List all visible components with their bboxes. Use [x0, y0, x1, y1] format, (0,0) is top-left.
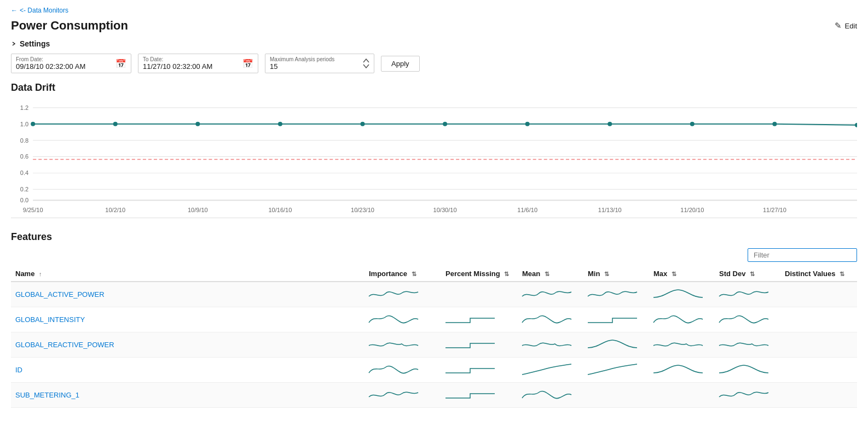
sparkline-svg	[653, 336, 703, 352]
from-date-input[interactable]: From Date: 09/18/10 02:32:00 AM 📅	[11, 54, 131, 73]
col-max[interactable]: Max ⇅	[649, 266, 715, 282]
settings-title: Settings	[20, 39, 50, 48]
svg-text:0.0: 0.0	[20, 197, 28, 203]
feature-importance-cell	[364, 282, 441, 307]
table-row: ID	[11, 358, 857, 383]
svg-text:10/16/10: 10/16/10	[268, 207, 292, 213]
table-row: GLOBAL_ACTIVE_POWER	[11, 282, 857, 307]
max-analysis-value: 15	[270, 62, 277, 71]
from-date-label: From Date:	[16, 56, 85, 62]
sparkline-svg	[369, 361, 418, 377]
from-date-calendar-icon[interactable]: 📅	[115, 59, 126, 69]
feature-min-cell	[583, 383, 649, 408]
feature-percent-cell	[441, 282, 518, 307]
chevron-right-icon	[11, 41, 16, 46]
sparkline-svg	[653, 285, 703, 302]
feature-name-cell[interactable]: ID	[11, 358, 364, 383]
sort-name-icon: ↑	[39, 271, 42, 277]
svg-text:10/9/10: 10/9/10	[188, 207, 208, 213]
chevron-down-icon[interactable]	[363, 64, 369, 68]
settings-header[interactable]: Settings	[11, 39, 857, 48]
svg-point-18	[278, 122, 282, 126]
feature-distinct-cell	[780, 332, 857, 358]
sparkline-svg	[522, 336, 571, 352]
table-header: Name ↑ Importance ⇅ Percent Missing ⇅ Me…	[11, 266, 857, 282]
feature-max-cell	[649, 282, 715, 307]
feature-name-cell[interactable]: GLOBAL_INTENSITY	[11, 307, 364, 332]
sparkline-svg	[719, 285, 768, 302]
svg-text:11/13/10: 11/13/10	[598, 207, 622, 213]
feature-stddev-cell	[715, 332, 780, 358]
feature-importance-cell	[364, 383, 441, 408]
filter-wrap	[11, 248, 857, 262]
drift-chart-area: 1.2 1.0 0.8 0.6 0.4 0.2 0.0	[11, 98, 857, 218]
feature-min-cell	[583, 358, 649, 383]
to-date-calendar-icon[interactable]: 📅	[242, 59, 253, 69]
col-distinct-values[interactable]: Distinct Values ⇅	[780, 266, 857, 282]
features-title: Features	[11, 231, 857, 243]
svg-point-25	[855, 123, 857, 127]
back-arrow-icon: ←	[11, 7, 18, 14]
feature-importance-cell	[364, 332, 441, 358]
sparkline-svg	[369, 311, 418, 327]
sparkline-svg	[522, 386, 571, 402]
back-link[interactable]: ← <- Data Monitors	[11, 7, 857, 14]
col-importance[interactable]: Importance ⇅	[364, 266, 441, 282]
data-drift-title: Data Drift	[11, 82, 857, 93]
feature-distinct-cell	[780, 358, 857, 383]
sparkline-svg	[369, 285, 418, 302]
page-container: ← <- Data Monitors Power Consumption ✎ E…	[0, 0, 868, 421]
sparkline-svg	[719, 311, 768, 327]
settings-controls: From Date: 09/18/10 02:32:00 AM 📅 To Dat…	[11, 54, 857, 73]
feature-distinct-cell	[780, 307, 857, 332]
sparkline-svg	[445, 336, 495, 352]
col-mean[interactable]: Mean ⇅	[518, 266, 583, 282]
table-row: GLOBAL_INTENSITY	[11, 307, 857, 332]
features-tbody: GLOBAL_ACTIVE_POWERGLOBAL_INTENSITYGLOBA…	[11, 282, 857, 408]
feature-mean-cell	[518, 383, 583, 408]
sparkline-svg	[445, 386, 495, 402]
feature-stddev-cell	[715, 282, 780, 307]
edit-label[interactable]: Edit	[845, 22, 857, 30]
svg-point-17	[195, 122, 200, 126]
svg-text:11/6/10: 11/6/10	[517, 207, 537, 213]
col-std-dev[interactable]: Std Dev ⇅	[715, 266, 780, 282]
feature-stddev-cell	[715, 307, 780, 332]
sparkline-svg	[445, 361, 495, 377]
apply-button[interactable]: Apply	[381, 56, 420, 72]
feature-distinct-cell	[780, 282, 857, 307]
chevron-up-icon[interactable]	[363, 59, 369, 63]
max-analysis-arrows[interactable]	[363, 59, 369, 68]
sparkline-svg	[522, 361, 571, 377]
feature-mean-cell	[518, 307, 583, 332]
svg-text:0.2: 0.2	[20, 186, 28, 192]
sort-importance-icon: ⇅	[412, 271, 416, 278]
table-row: SUB_METERING_1	[11, 383, 857, 408]
feature-name-cell[interactable]: SUB_METERING_1	[11, 383, 364, 408]
sparkline-svg	[522, 285, 571, 302]
feature-max-cell	[649, 358, 715, 383]
max-analysis-input[interactable]: Maximum Analysis periods 15	[265, 54, 374, 73]
max-analysis-label: Maximum Analysis periods	[270, 56, 334, 62]
feature-percent-cell	[441, 358, 518, 383]
col-name[interactable]: Name ↑	[11, 266, 364, 282]
svg-text:10/30/10: 10/30/10	[433, 207, 457, 213]
feature-mean-cell	[518, 282, 583, 307]
back-link-label: <- Data Monitors	[20, 7, 68, 14]
svg-text:11/27/10: 11/27/10	[763, 207, 786, 213]
svg-point-24	[772, 122, 777, 126]
to-date-input[interactable]: To Date: 11/27/10 02:32:00 AM 📅	[138, 54, 258, 73]
filter-input[interactable]	[748, 248, 857, 262]
svg-point-23	[690, 122, 695, 126]
feature-name-cell[interactable]: GLOBAL_ACTIVE_POWER	[11, 282, 364, 307]
col-min[interactable]: Min ⇅	[583, 266, 649, 282]
drift-chart-svg: 1.2 1.0 0.8 0.6 0.4 0.2 0.0	[11, 98, 857, 218]
feature-name-cell[interactable]: GLOBAL_REACTIVE_POWER	[11, 332, 364, 358]
from-date-value: 09/18/10 02:32:00 AM	[16, 62, 85, 71]
feature-distinct-cell	[780, 383, 857, 408]
feature-percent-cell	[441, 383, 518, 408]
sort-stddev-icon: ⇅	[750, 271, 755, 278]
sparkline-svg	[522, 311, 571, 327]
col-percent-missing[interactable]: Percent Missing ⇅	[441, 266, 518, 282]
sparkline-svg	[445, 311, 495, 327]
